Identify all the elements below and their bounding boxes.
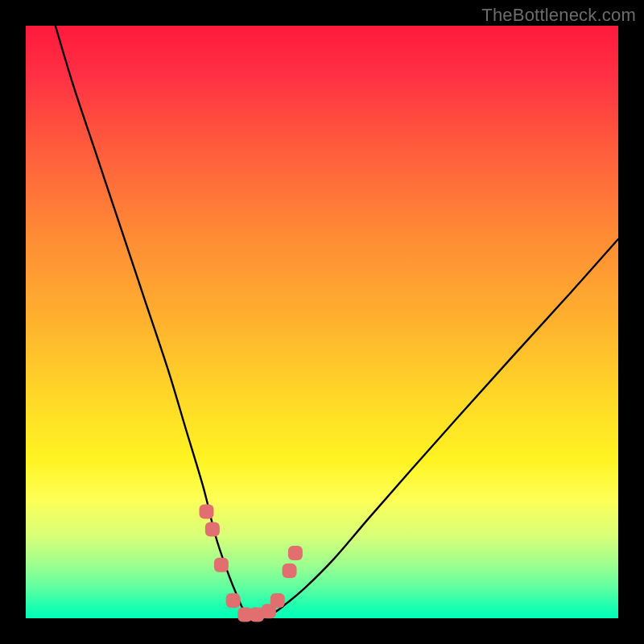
highlight-marker — [205, 522, 220, 537]
highlight-marker — [226, 593, 241, 608]
watermark-text: TheBottleneck.com — [481, 5, 636, 26]
highlight-marker — [270, 593, 285, 608]
highlight-marker — [288, 546, 303, 560]
highlight-markers — [199, 505, 302, 622]
chart-svg — [26, 26, 618, 618]
highlight-marker — [283, 564, 297, 578]
chart-frame: TheBottleneck.com — [0, 0, 644, 644]
highlight-marker — [214, 558, 229, 572]
highlight-marker — [199, 505, 213, 519]
bottleneck-curve — [56, 26, 618, 616]
plot-area — [26, 26, 618, 618]
